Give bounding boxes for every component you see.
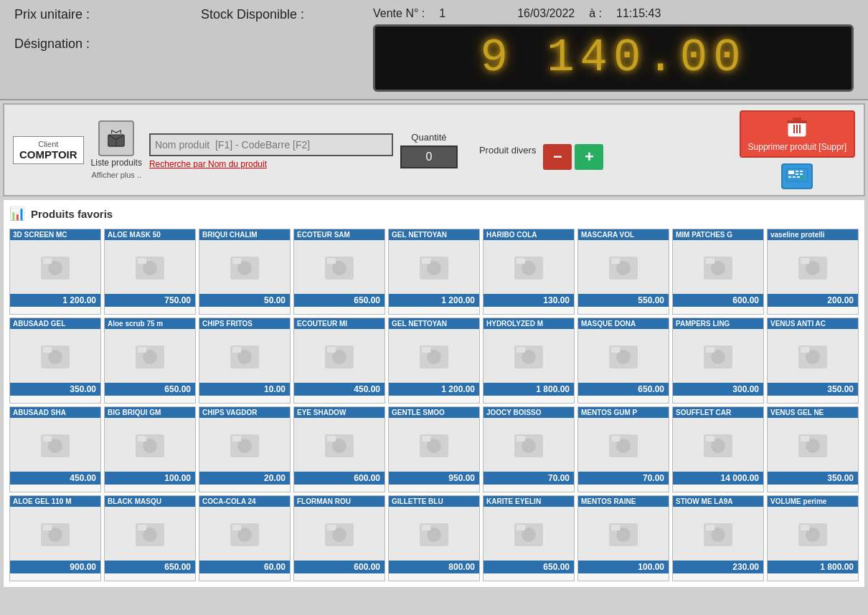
products-section: 📊 Produits favoris 3D SCREEN MC 1 200.00… bbox=[3, 199, 865, 588]
product-card[interactable]: ECOTEUR SAM 650.00 bbox=[293, 229, 385, 315]
product-card-image bbox=[10, 507, 100, 561]
product-card[interactable]: VOLUME perime 1 800.00 bbox=[767, 495, 859, 581]
product-placeholder-icon bbox=[132, 516, 168, 552]
product-card-image bbox=[673, 507, 763, 561]
product-card[interactable]: VENUS GEL NE 350.00 bbox=[767, 406, 859, 492]
product-placeholder-icon bbox=[227, 516, 263, 552]
top-panel: Prix unitaire : Désignation : Stock Disp… bbox=[0, 0, 868, 100]
a-label: à : bbox=[589, 7, 602, 20]
product-card-name: 3D SCREEN MC bbox=[10, 229, 100, 240]
product-card[interactable]: MENTOS GUM P 70.00 bbox=[577, 406, 669, 492]
product-card[interactable]: ECOUTEUR MI 450.00 bbox=[293, 318, 385, 404]
svg-rect-73 bbox=[801, 347, 809, 353]
product-card[interactable]: GEL NETTOYAN 1 200.00 bbox=[388, 229, 480, 315]
product-card[interactable]: PAMPERS LING 300.00 bbox=[672, 318, 764, 404]
product-card-name: vaseline protelli bbox=[768, 229, 858, 240]
product-placeholder-icon bbox=[795, 338, 831, 374]
plus-button[interactable]: + bbox=[575, 144, 603, 170]
product-card-image bbox=[673, 329, 763, 383]
product-card-image bbox=[199, 418, 290, 472]
product-search-input[interactable] bbox=[149, 133, 393, 156]
svg-rect-85 bbox=[327, 436, 336, 442]
product-card-name: ECOTEUR SAM bbox=[294, 229, 385, 240]
product-card-image bbox=[578, 240, 669, 294]
minus-button[interactable]: − bbox=[543, 144, 572, 170]
product-card[interactable]: COCA-COLA 24 60.00 bbox=[199, 495, 291, 581]
product-card-image bbox=[768, 329, 858, 383]
product-placeholder-icon bbox=[227, 427, 263, 463]
product-card[interactable]: ABUSAAD SHA 450.00 bbox=[9, 406, 101, 492]
svg-rect-22 bbox=[43, 258, 52, 264]
product-card[interactable]: VENUS ANTI AC 350.00 bbox=[767, 318, 859, 404]
liste-produits-button[interactable] bbox=[98, 120, 134, 156]
product-card[interactable]: ALOE GEL 110 M 900.00 bbox=[9, 495, 101, 581]
product-card-name: BIG BRIQUI GM bbox=[105, 407, 195, 418]
product-card[interactable]: ALOE MASK 50 750.00 bbox=[104, 229, 196, 315]
product-card[interactable]: FLORMAN ROU 600.00 bbox=[293, 495, 385, 581]
client-label: Client bbox=[19, 140, 77, 148]
product-card-price: 130.00 bbox=[483, 294, 574, 307]
recherche-link[interactable]: Recherche par Nom du produit bbox=[149, 159, 393, 169]
product-placeholder-icon bbox=[37, 338, 73, 374]
product-card[interactable]: GENTLE SMOO 950.00 bbox=[388, 406, 480, 492]
product-placeholder-icon bbox=[37, 249, 73, 285]
product-card-price: 1 800.00 bbox=[768, 561, 858, 573]
product-card[interactable]: BLACK MASQU 650.00 bbox=[104, 495, 196, 581]
product-card[interactable]: KARITE EYELIN 650.00 bbox=[483, 495, 575, 581]
product-placeholder-icon bbox=[605, 249, 641, 285]
product-placeholder-icon bbox=[605, 427, 641, 463]
calc-button[interactable] bbox=[781, 163, 813, 189]
pm-buttons: − + bbox=[543, 144, 603, 170]
product-card[interactable]: MASCARA VOL 550.00 bbox=[577, 229, 669, 315]
vente-label: Vente N° : bbox=[373, 7, 425, 20]
product-placeholder-icon bbox=[700, 516, 736, 552]
product-card-name: GEL NETTOYAN bbox=[389, 229, 479, 240]
svg-rect-70 bbox=[706, 347, 714, 353]
product-card[interactable]: BIG BRIQUI GM 100.00 bbox=[104, 406, 196, 492]
product-card-name: BLACK MASQU bbox=[105, 496, 195, 507]
product-card[interactable]: EYE SHADOW 600.00 bbox=[293, 406, 385, 492]
product-card[interactable]: HYDROLYZED M 1 800.00 bbox=[483, 318, 575, 404]
product-card[interactable]: JOOCY BOISSO 70.00 bbox=[483, 406, 575, 492]
product-card[interactable]: CHIPS FRITOS 10.00 bbox=[199, 318, 291, 404]
product-card[interactable]: STIOW ME LA9A 230.00 bbox=[672, 495, 764, 581]
product-card-price: 230.00 bbox=[673, 561, 763, 573]
vente-display-area: Vente N° : 1 16/03/2022 à : 11:15:43 9 1… bbox=[373, 7, 854, 92]
product-search-area: Recherche par Nom du produit bbox=[149, 130, 393, 169]
product-card[interactable]: 3D SCREEN MC 1 200.00 bbox=[9, 229, 101, 315]
product-card-price: 550.00 bbox=[578, 294, 669, 307]
product-card[interactable]: MENTOS RAINE 100.00 bbox=[577, 495, 669, 581]
product-card[interactable]: GILLETTE BLU 800.00 bbox=[388, 495, 480, 581]
product-card[interactable]: HARIBO COLA 130.00 bbox=[483, 229, 575, 315]
product-card[interactable]: CHIPS VAGDOR 20.00 bbox=[199, 406, 291, 492]
product-card[interactable]: BRIQUI CHALIM 50.00 bbox=[199, 229, 291, 315]
product-card[interactable]: GEL NETTOYAN 1 200.00 bbox=[388, 318, 480, 404]
svg-rect-79 bbox=[138, 436, 146, 442]
product-card[interactable]: MASQUE DONA 650.00 bbox=[577, 318, 669, 404]
svg-rect-14 bbox=[800, 171, 803, 172]
top-middle-info: Stock Disponible : bbox=[201, 7, 344, 22]
quantite-input[interactable] bbox=[400, 146, 458, 168]
svg-rect-17 bbox=[793, 176, 796, 178]
calc-icon bbox=[786, 168, 808, 182]
svg-rect-106 bbox=[138, 525, 146, 530]
product-card[interactable]: SOUFFLET CAR 14 000.00 bbox=[672, 406, 764, 492]
product-card-name: SOUFFLET CAR bbox=[673, 407, 763, 418]
svg-rect-82 bbox=[232, 436, 241, 442]
svg-rect-46 bbox=[801, 258, 809, 264]
product-card[interactable]: Aloe scrub 75 m 650.00 bbox=[104, 318, 196, 404]
product-card[interactable]: ABUSAAD GEL 350.00 bbox=[9, 318, 101, 404]
svg-rect-16 bbox=[788, 176, 791, 178]
product-card[interactable]: vaseline protelli 200.00 bbox=[767, 229, 859, 315]
product-placeholder-icon bbox=[511, 516, 547, 552]
svg-rect-8 bbox=[787, 120, 807, 123]
product-card-name: MIM PATCHES G bbox=[673, 229, 763, 240]
product-card-name: PAMPERS LING bbox=[673, 318, 763, 329]
svg-rect-37 bbox=[516, 258, 525, 264]
svg-rect-76 bbox=[43, 436, 52, 442]
product-card[interactable]: MIM PATCHES G 600.00 bbox=[672, 229, 764, 315]
product-card-price: 350.00 bbox=[10, 383, 100, 396]
client-box: Client COMPTOIR bbox=[13, 136, 84, 164]
supprimer-button[interactable]: Supprimer produit [Suppr] bbox=[740, 110, 855, 158]
product-card-image bbox=[389, 507, 479, 561]
